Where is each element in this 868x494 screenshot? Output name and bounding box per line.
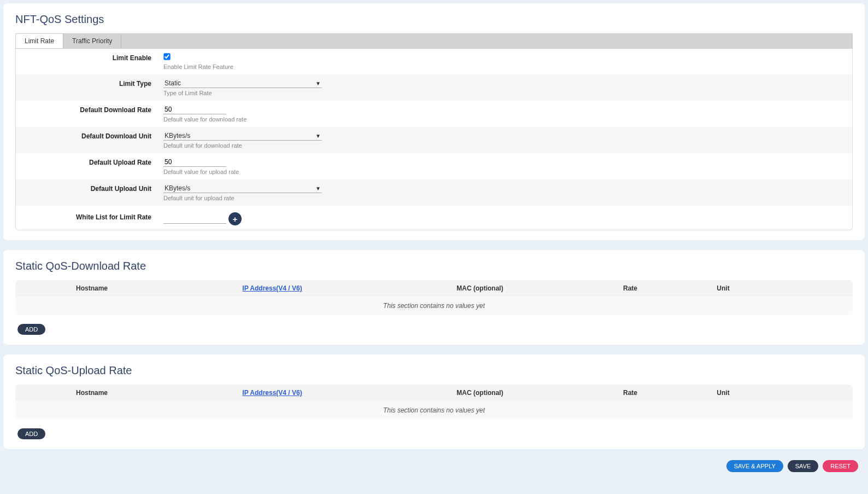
th-rate: Rate (584, 284, 677, 292)
save-apply-button[interactable]: SAVE & APPLY (726, 460, 783, 472)
reset-button[interactable]: RESET (823, 460, 858, 472)
help-limit-enable: Enable Limit Rate Feature (163, 63, 852, 70)
help-limit-type: Type of Limit Rate (163, 90, 852, 96)
upload-table-head: Hostname IP Address(V4 / V6) MAC (option… (15, 385, 853, 401)
tab-limit-rate[interactable]: Limit Rate (16, 34, 63, 48)
plus-icon: + (233, 214, 238, 224)
checkbox-limit-enable[interactable] (163, 53, 170, 60)
row-dl-rate: Default Download Rate Default value for … (16, 101, 852, 127)
input-dl-rate[interactable] (163, 105, 226, 114)
settings-panel: NFT-QoS Settings Limit Rate Traffic Prio… (3, 3, 865, 240)
row-ul-rate: Default Upload Rate Default value for up… (16, 153, 852, 179)
label-dl-unit: Default Download Unit (16, 131, 163, 140)
select-ul-unit[interactable]: KBytes/s ▼ (163, 184, 322, 193)
th-mac: MAC (optional) (376, 389, 584, 397)
settings-title: NFT-QoS Settings (3, 13, 865, 33)
chevron-down-icon: ▼ (315, 80, 321, 86)
row-whitelist: White List for Limit Rate + (16, 206, 852, 230)
select-limit-type[interactable]: Static ▼ (163, 79, 322, 88)
row-dl-unit: Default Download Unit KBytes/s ▼ Default… (16, 127, 852, 153)
select-dl-unit[interactable]: KBytes/s ▼ (163, 131, 322, 141)
th-ip-link[interactable]: IP Address(V4 / V6) (242, 389, 302, 397)
help-dl-unit: Default unit for download rate (163, 142, 852, 149)
select-limit-type-value: Static (165, 79, 181, 87)
download-empty: This section contains no values yet (15, 297, 853, 315)
footer-actions: SAVE & APPLY SAVE RESET (3, 459, 865, 476)
th-hostname: Hostname (15, 284, 168, 292)
label-dl-rate: Default Download Rate (16, 105, 163, 114)
download-title: Static QoS-Download Rate (3, 260, 865, 280)
th-unit: Unit (677, 389, 770, 397)
help-ul-unit: Default unit for upload rate (163, 195, 852, 201)
save-button[interactable]: SAVE (788, 460, 819, 472)
th-hostname: Hostname (15, 389, 168, 397)
input-whitelist[interactable] (163, 214, 226, 224)
settings-tabs: Limit Rate Traffic Priority (15, 33, 853, 49)
download-panel: Static QoS-Download Rate Hostname IP Add… (3, 250, 865, 345)
label-limit-enable: Limit Enable (16, 53, 163, 62)
label-ul-rate: Default Upload Rate (16, 158, 163, 166)
download-table-head: Hostname IP Address(V4 / V6) MAC (option… (15, 280, 853, 297)
chevron-down-icon: ▼ (315, 185, 321, 191)
tab-traffic-priority[interactable]: Traffic Priority (63, 34, 121, 48)
settings-form: Limit Enable Enable Limit Rate Feature L… (15, 49, 853, 230)
help-ul-rate: Default value for upload rate (163, 168, 852, 175)
help-dl-rate: Default value for download rate (163, 116, 852, 123)
th-rate: Rate (584, 389, 677, 397)
row-limit-type: Limit Type Static ▼ Type of Limit Rate (16, 74, 852, 101)
label-limit-type: Limit Type (16, 79, 163, 88)
th-unit: Unit (677, 284, 770, 292)
label-ul-unit: Default Upload Unit (16, 184, 163, 193)
row-limit-enable: Limit Enable Enable Limit Rate Feature (16, 49, 852, 74)
th-ip-link[interactable]: IP Address(V4 / V6) (242, 284, 302, 292)
upload-panel: Static QoS-Upload Rate Hostname IP Addre… (3, 354, 865, 449)
upload-title: Static QoS-Upload Rate (3, 364, 865, 385)
th-mac: MAC (optional) (376, 284, 584, 292)
label-whitelist: White List for Limit Rate (16, 210, 163, 221)
input-ul-rate[interactable] (163, 158, 226, 167)
chevron-down-icon: ▼ (315, 133, 321, 139)
select-dl-unit-value: KBytes/s (165, 132, 190, 140)
add-whitelist-button[interactable]: + (228, 212, 242, 225)
upload-add-button[interactable]: ADD (17, 428, 45, 439)
select-ul-unit-value: KBytes/s (165, 184, 190, 192)
download-add-button[interactable]: ADD (17, 324, 45, 335)
upload-empty: This section contains no values yet (15, 401, 853, 420)
row-ul-unit: Default Upload Unit KBytes/s ▼ Default u… (16, 179, 852, 206)
